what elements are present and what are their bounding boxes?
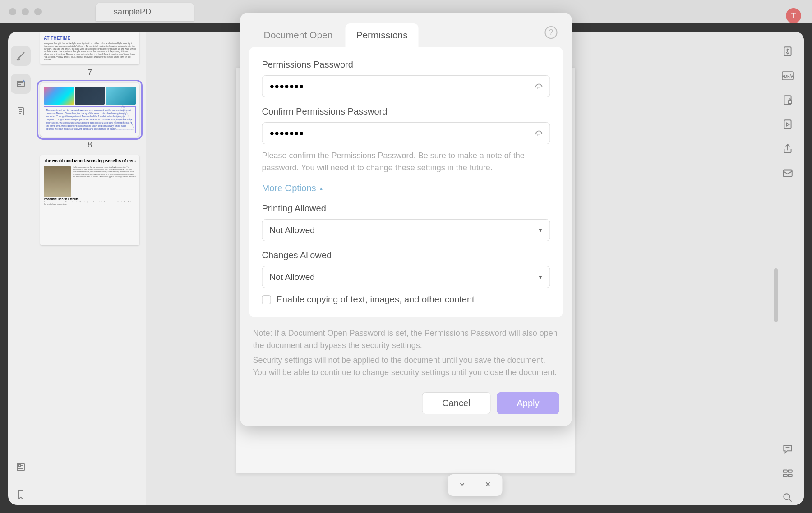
caret-up-icon: ▲: [319, 186, 324, 191]
toggle-password-visibility-icon[interactable]: [534, 128, 544, 139]
note-text-2: Security settings will not be applied to…: [253, 354, 559, 379]
enable-copying-label[interactable]: Enable copying of text, images, and othe…: [277, 294, 475, 305]
toggle-password-visibility-icon[interactable]: [534, 81, 544, 92]
permissions-password-label: Permissions Password: [262, 60, 550, 70]
permissions-password-input[interactable]: [262, 75, 550, 97]
app-window: samplePD... T: [0, 0, 812, 513]
enable-copying-checkbox[interactable]: [262, 295, 271, 304]
enable-copying-row: Enable copying of text, images, and othe…: [262, 294, 550, 305]
modal-body: Permissions Password Confirm Permissions…: [249, 47, 563, 317]
printing-allowed-select[interactable]: Not Allowed: [262, 219, 550, 241]
changes-allowed-select[interactable]: Not Allowed: [262, 266, 550, 288]
permissions-modal: Document Open Permissions ? Permissions …: [240, 13, 572, 426]
modal-tabs: Document Open Permissions ?: [240, 13, 572, 47]
apply-button[interactable]: Apply: [497, 392, 559, 414]
note-section: Note: If a Document Open Password is set…: [240, 317, 572, 385]
tab-document-open[interactable]: Document Open: [253, 23, 344, 47]
confirm-password-input[interactable]: [262, 122, 550, 144]
printing-allowed-label: Printing Allowed: [262, 203, 550, 214]
changes-allowed-label: Changes Allowed: [262, 250, 550, 261]
help-icon[interactable]: ?: [545, 26, 558, 39]
tab-permissions[interactable]: Permissions: [345, 23, 418, 47]
more-options-row: More Options ▲: [262, 183, 550, 193]
cancel-button[interactable]: Cancel: [422, 392, 490, 414]
confirm-help-text: Please confirm the Permissions Password.…: [262, 150, 550, 174]
confirm-password-label: Confirm Permissions Password: [262, 106, 550, 117]
modal-footer: Cancel Apply: [240, 385, 572, 426]
note-text-1: Note: If a Document Open Password is set…: [253, 327, 559, 352]
more-options-toggle[interactable]: More Options ▲: [262, 183, 324, 193]
